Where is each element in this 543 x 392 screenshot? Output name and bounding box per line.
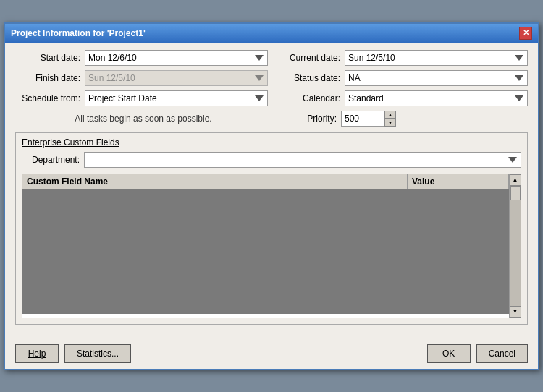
dialog-body: Start date: Mon 12/6/10 Current date: Su… [5, 43, 538, 338]
scroll-down-button[interactable]: ▼ [510, 306, 521, 318]
priority-spinner: ▲ ▼ [384, 111, 396, 127]
schedule-from-label: Schedule from: [15, 93, 80, 103]
schedule-note: All tasks begin as soon as possible. [15, 111, 272, 127]
col2-header: Value [408, 174, 509, 189]
enterprise-title: Enterprise Custom Fields [22, 137, 521, 148]
dept-row: Department: [22, 152, 521, 168]
table-header: Custom Field Name Value [22, 174, 509, 189]
finish-date-select[interactable]: Sun 12/5/10 [85, 70, 268, 86]
scrollbar-thumb [510, 186, 521, 200]
close-button[interactable]: ✕ [519, 27, 532, 40]
custom-fields-table: Custom Field Name Value ▲ ▼ [22, 174, 521, 318]
finish-date-row: Finish date: Sun 12/5/10 [15, 70, 268, 86]
calendar-row: Calendar: Standard [275, 90, 528, 106]
table-body [22, 189, 509, 314]
priority-row: Priority: ▲ ▼ [272, 111, 528, 127]
project-info-dialog: Project Information for 'Project1' ✕ Sta… [4, 22, 539, 370]
current-date-label: Current date: [275, 53, 340, 63]
status-date-select[interactable]: NA [345, 70, 528, 86]
dialog-footer: Help Statistics... OK Cancel [5, 338, 538, 369]
start-date-label: Start date: [15, 53, 80, 63]
cancel-button[interactable]: Cancel [476, 344, 528, 363]
current-date-select[interactable]: Sun 12/5/10 [345, 50, 528, 66]
finish-date-label: Finish date: [15, 73, 80, 83]
priority-down-button[interactable]: ▼ [384, 119, 396, 127]
title-bar: Project Information for 'Project1' ✕ [5, 24, 538, 43]
scroll-up-button[interactable]: ▲ [510, 174, 521, 186]
start-date-select[interactable]: Mon 12/6/10 [85, 50, 268, 66]
priority-label: Priority: [272, 114, 337, 124]
status-date-row: Status date: NA [275, 70, 528, 86]
col1-header: Custom Field Name [22, 174, 408, 189]
form-grid: Start date: Mon 12/6/10 Current date: Su… [15, 50, 528, 106]
ok-button[interactable]: OK [427, 344, 471, 363]
calendar-select[interactable]: Standard [345, 90, 528, 106]
calendar-label: Calendar: [275, 93, 340, 103]
priority-wrapper: ▲ ▼ [341, 111, 396, 127]
scrollbar-track[interactable] [510, 186, 521, 306]
table-scrollbar: ▲ ▼ [509, 174, 521, 318]
enterprise-section: Enterprise Custom Fields Department: Cus… [15, 132, 528, 325]
schedule-from-select[interactable]: Project Start Date [85, 90, 268, 106]
priority-input[interactable] [341, 111, 384, 127]
dept-select[interactable] [84, 152, 521, 168]
status-date-label: Status date: [275, 73, 340, 83]
table-content: Custom Field Name Value [22, 174, 509, 318]
schedule-from-row: Schedule from: Project Start Date [15, 90, 268, 106]
priority-up-button[interactable]: ▲ [384, 111, 396, 119]
start-date-row: Start date: Mon 12/6/10 [15, 50, 268, 66]
dept-label: Department: [22, 155, 80, 165]
statistics-button[interactable]: Statistics... [64, 344, 131, 363]
dialog-title: Project Information for 'Project1' [11, 28, 146, 38]
current-date-row: Current date: Sun 12/5/10 [275, 50, 528, 66]
help-button[interactable]: Help [15, 344, 59, 363]
